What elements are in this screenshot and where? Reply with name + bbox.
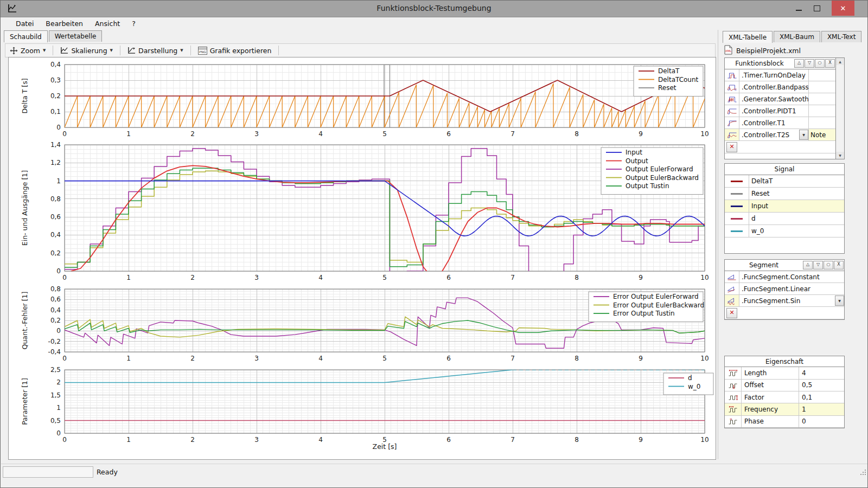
signal-row-w_0[interactable]: w_0: [725, 225, 844, 237]
funktionsblock-duplicate-button[interactable]: ○: [815, 59, 825, 68]
close-button[interactable]: ✕: [832, 1, 854, 16]
tab-wertetabelle[interactable]: Wertetabelle: [49, 30, 103, 42]
pidt1-block-icon: .b{stroke:#5b5bc0;fill:none;stroke-width…: [725, 105, 739, 117]
toolbar-button-zoom[interactable]: Zoom▼: [6, 46, 49, 56]
scroll-down-icon[interactable]: ▼: [836, 152, 844, 159]
svg-text:1,2: 1,2: [50, 159, 61, 166]
svg-text:10: 10: [700, 436, 709, 444]
seg-constant-icon: .b{stroke:#5b5bc0;fill:none;stroke-width…: [725, 271, 739, 282]
property-value[interactable]: 0,1: [799, 391, 844, 403]
signal-row-deltat[interactable]: DeltaT: [725, 175, 844, 188]
signal-row-d[interactable]: d: [725, 213, 844, 225]
segment-title: Segment: [725, 261, 803, 269]
svg-text:Output: Output: [626, 157, 648, 165]
segment-empty-row: ✕: [725, 307, 844, 319]
menu-item-help[interactable]: ?: [127, 18, 141, 29]
segment-remove-button[interactable]: ✕: [726, 308, 737, 318]
minimize-button[interactable]: [790, 1, 807, 16]
menu-bar: DateiBearbeitenAnsicht?: [1, 17, 868, 30]
funktionsblock-note-cell[interactable]: [808, 93, 835, 105]
funktionsblock-note-cell[interactable]: [808, 105, 835, 117]
svg-text:1: 1: [56, 404, 61, 412]
segment-row[interactable]: .b{stroke:#5b5bc0;fill:none;stroke-width…: [725, 295, 844, 307]
property-row-offset[interactable]: Offset0,5: [725, 380, 844, 391]
scroll-up-icon[interactable]: ▲: [836, 58, 844, 65]
segment-move-up-button[interactable]: △: [803, 261, 813, 269]
svg-text:4: 4: [318, 355, 323, 362]
tab-schaubild[interactable]: Schaubild: [4, 30, 48, 42]
segment-row[interactable]: .b{stroke:#5b5bc0;fill:none;stroke-width…: [725, 271, 844, 283]
svg-text:2: 2: [190, 274, 195, 281]
prop-phase-icon: H: [725, 416, 742, 427]
tab-xml-baum[interactable]: XML-Baum: [774, 31, 820, 42]
funktionsblock-combo-button[interactable]: ▼: [799, 130, 808, 140]
eigenschaft-header: Eigenschaft: [725, 356, 844, 367]
tab-xml-text[interactable]: XML-Text: [821, 31, 862, 42]
funktionsblock-row[interactable]: .b{stroke:#5b5bc0;fill:none;stroke-width…: [725, 81, 835, 93]
segment-delete-button[interactable]: X: [834, 261, 844, 269]
funktionsblock-delete-button[interactable]: X: [825, 59, 835, 68]
funktionsblock-note-cell[interactable]: [808, 69, 835, 81]
property-value[interactable]: 4: [799, 367, 844, 378]
property-row-phase[interactable]: HPhase0: [725, 416, 844, 428]
chart-canvas[interactable]: 0123456789100,40,30,20,10Delta T [s]Delt…: [8, 57, 716, 460]
property-value[interactable]: 1: [799, 403, 844, 415]
svg-text:6: 6: [446, 130, 451, 138]
toolbar-separator: [120, 46, 120, 55]
chevron-down-icon: ▼: [180, 48, 183, 53]
sawtooth-block-icon: .b{stroke:#5b5bc0;fill:none;stroke-width…: [725, 93, 739, 105]
svg-text:6: 6: [446, 274, 451, 281]
menu-item-ansicht[interactable]: Ansicht: [90, 18, 125, 29]
funktionsblock-note-cell[interactable]: [808, 81, 835, 93]
funktionsblock-row[interactable]: .b{stroke:#5b5bc0;fill:none;stroke-width…: [725, 93, 835, 105]
signal-row-reset[interactable]: Reset: [725, 188, 844, 200]
resize-grip[interactable]: [860, 468, 867, 478]
turnondelay-block-icon: .b{stroke:#5b5bc0;fill:none;stroke-width…: [725, 69, 739, 81]
svg-text:0: 0: [62, 436, 67, 444]
main-tab-bar: SchaubildWertetabelle: [4, 30, 103, 42]
funktionsblock-row[interactable]: .b{stroke:#5b5bc0;fill:none;stroke-width…: [725, 117, 835, 129]
property-value[interactable]: 0,5: [799, 380, 844, 391]
eigenschaft-title: Eigenschaft: [725, 358, 844, 365]
segment-move-down-button[interactable]: ▽: [813, 261, 823, 269]
funktionsblock-note-cell[interactable]: Note: [808, 129, 835, 140]
funktionsblock-note-cell[interactable]: [808, 117, 835, 129]
menu-item-datei[interactable]: Datei: [11, 18, 39, 29]
svg-text:2: 2: [190, 130, 195, 138]
signal-name: d: [749, 215, 844, 222]
funktionsblock-row[interactable]: .b{stroke:#5b5bc0;fill:none;stroke-width…: [725, 69, 835, 81]
funktionsblock-move-up-button[interactable]: △: [794, 59, 804, 68]
toolbar-button-grafik-exportieren[interactable]: PNGGrafik exportieren: [194, 46, 276, 56]
toolbar-button-skalierung[interactable]: Skalierung▼: [56, 46, 117, 56]
property-row-frequency[interactable]: Frequency1: [725, 403, 844, 415]
svg-text:Error Output EulerBackward: Error Output EulerBackward: [613, 301, 704, 309]
tab-xml-tabelle[interactable]: XML-Tabelle: [723, 31, 773, 43]
funktionsblock-row[interactable]: .b{stroke:#5b5bc0;fill:none;stroke-width…: [725, 129, 835, 141]
menu-item-bearbeiten[interactable]: Bearbeiten: [41, 18, 88, 29]
signal-name: DeltaT: [749, 177, 844, 185]
xml-file-icon: XML: [724, 45, 733, 56]
svg-text:0,1: 0,1: [50, 108, 61, 115]
segment-row[interactable]: .b{stroke:#5b5bc0;fill:none;stroke-width…: [725, 283, 844, 295]
segment-combo-button[interactable]: ▼: [835, 296, 844, 306]
toolbar-separator: [53, 46, 53, 55]
funktionsblock-scrollbar[interactable]: ▲▼: [835, 58, 844, 159]
svg-text:DeltaT: DeltaT: [658, 67, 680, 75]
toolbar-button-darstellung[interactable]: Darstellung▼: [124, 46, 187, 56]
axes-icon: [60, 47, 68, 54]
funktionsblock-move-down-button[interactable]: ▽: [805, 59, 814, 68]
svg-text:10: 10: [700, 274, 709, 281]
signal-row-input[interactable]: Input: [725, 200, 844, 213]
property-row-factor[interactable]: Factor0,1: [725, 391, 844, 403]
property-value[interactable]: 0: [799, 416, 844, 427]
svg-text:7: 7: [510, 274, 515, 281]
property-row-length[interactable]: Length4: [725, 367, 844, 379]
funktionsblock-remove-button[interactable]: ✕: [726, 142, 737, 152]
maximize-button[interactable]: [809, 1, 825, 16]
funktionsblock-row[interactable]: .b{stroke:#5b5bc0;fill:none;stroke-width…: [725, 105, 835, 117]
project-file[interactable]: XML BeispielProjekt.xml: [724, 45, 801, 56]
segment-duplicate-button[interactable]: ○: [824, 261, 833, 269]
segment-box: Segment△▽○X.b{stroke:#5b5bc0;fill:none;s…: [724, 259, 845, 320]
funktionsblock-title: Funktionsblock: [725, 60, 794, 67]
xml-panel: XML-TabelleXML-BaumXML-Text XML Beispiel…: [718, 30, 868, 459]
